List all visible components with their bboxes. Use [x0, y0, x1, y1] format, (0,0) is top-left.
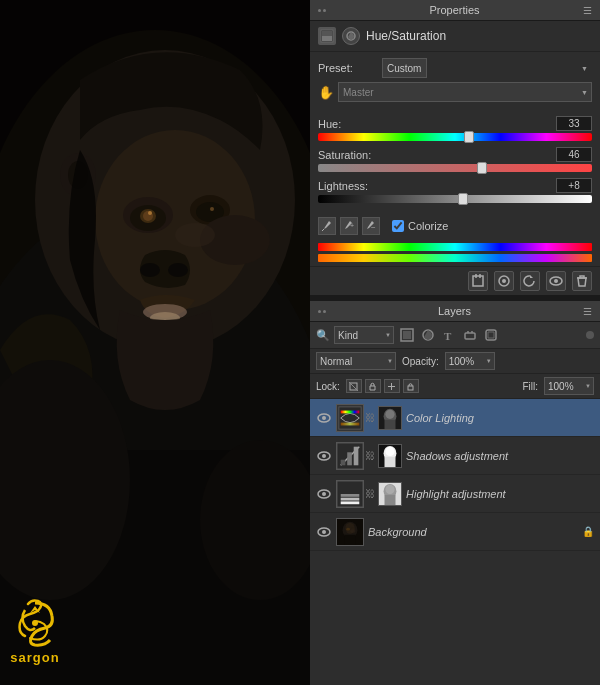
kind-select[interactable]: Kind Name Effect Mode Attribute Color Sm… — [334, 326, 394, 344]
svg-point-79 — [385, 484, 394, 493]
layer-item-background[interactable]: Background 🔒 — [310, 513, 600, 551]
svg-rect-27 — [322, 31, 332, 36]
filter-type-icons: T — [398, 327, 594, 343]
layer-item-color-lighting[interactable]: ⛓ Color Lighting — [310, 399, 600, 437]
filter-smartobj-icon[interactable] — [482, 327, 500, 343]
lock-row: Lock: — [310, 374, 600, 399]
layer-visibility-2[interactable] — [316, 448, 332, 464]
layers-list: ⛓ Color Lighting — [310, 399, 600, 685]
sliders-section: Hue: Saturation: Lig — [310, 112, 600, 213]
svg-point-13 — [140, 263, 160, 277]
svg-rect-76 — [341, 501, 360, 504]
filter-shape-icon[interactable] — [461, 327, 479, 343]
properties-header: Properties ☰ — [310, 0, 600, 21]
svg-rect-74 — [341, 494, 360, 497]
lock-transparent-btn[interactable] — [346, 379, 362, 393]
resize-handle — [318, 9, 326, 12]
layer-mask-3 — [378, 482, 402, 506]
lock-image-btn[interactable] — [365, 379, 381, 393]
filter-toggle-dot[interactable] — [586, 331, 594, 339]
preset-select[interactable]: Custom Default — [382, 58, 427, 78]
delete-btn[interactable] — [572, 271, 592, 291]
layer-item-shadows[interactable]: ⛓ Shadows adjustment — [310, 437, 600, 475]
svg-rect-64 — [347, 452, 352, 465]
eyedropper-icon[interactable] — [318, 217, 336, 235]
color-bars — [310, 239, 600, 266]
svg-rect-47 — [408, 386, 413, 390]
svg-text:+: + — [350, 222, 354, 229]
properties-menu-icon[interactable]: ☰ — [583, 5, 592, 16]
blend-mode-select[interactable]: Normal Dissolve Multiply Screen Overlay — [316, 352, 396, 370]
filter-adjustment-icon[interactable] — [419, 327, 437, 343]
right-panel: Properties ☰ Hue/Saturation — [310, 0, 600, 685]
controls-area: Preset: Custom Default ✋ Master Reds Yel… — [310, 52, 600, 112]
sargon-text-label: sargon — [10, 650, 59, 665]
layer-thumb-3 — [336, 480, 364, 508]
adjustment-preview-icon — [318, 27, 336, 45]
lightness-track[interactable] — [318, 195, 592, 203]
svg-rect-80 — [385, 494, 396, 504]
adjustment-type-icon[interactable] — [342, 27, 360, 45]
opacity-select[interactable]: 100% 75% 50% 25% — [445, 352, 495, 370]
properties-title: Properties — [429, 4, 479, 16]
master-row: ✋ Master Reds Yellows Greens Cyans Blues… — [318, 82, 592, 102]
hue-track[interactable] — [318, 133, 592, 141]
hue-thumb[interactable] — [464, 131, 474, 143]
layer-visibility-1[interactable] — [316, 410, 332, 426]
saturation-label-row: Saturation: — [318, 147, 592, 162]
eyedropper-minus-icon[interactable]: − — [362, 217, 380, 235]
hue-label: Hue: — [318, 118, 341, 130]
filter-pixel-icon[interactable] — [398, 327, 416, 343]
layer-thumb-4 — [336, 518, 364, 546]
hue-value-input[interactable] — [556, 116, 592, 131]
layers-menu-icon[interactable]: ☰ — [583, 306, 592, 317]
lock-position-btn[interactable] — [384, 379, 400, 393]
svg-point-56 — [385, 409, 394, 418]
filter-type-icon[interactable]: T — [440, 327, 458, 343]
svg-point-89 — [350, 529, 356, 533]
layer-lock-icon-4: 🔒 — [582, 526, 594, 537]
master-select[interactable]: Master Reds Yellows Greens Cyans Blues M… — [338, 82, 592, 102]
lightness-value-input[interactable] — [556, 178, 592, 193]
lightness-thumb[interactable] — [458, 193, 468, 205]
colorize-checkbox-group: Colorize — [392, 220, 448, 232]
colorize-checkbox[interactable] — [392, 220, 404, 232]
layer-visibility-3[interactable] — [316, 486, 332, 502]
svg-point-86 — [346, 527, 350, 530]
layer-mask-2 — [378, 444, 402, 468]
layer-name-4: Background — [368, 526, 578, 538]
blend-mode-wrapper: Normal Dissolve Multiply Screen Overlay — [316, 352, 396, 370]
colorize-label: Colorize — [408, 220, 448, 232]
spectrum-bar-bottom — [318, 254, 592, 262]
eyedropper-group: + − — [318, 217, 380, 235]
hue-row: Hue: — [318, 116, 592, 141]
filter-search-icon: 🔍 — [316, 329, 330, 342]
saturation-row: Saturation: — [318, 147, 592, 172]
eyedropper-plus-icon[interactable]: + — [340, 217, 358, 235]
layer-thumb-group-1: ⛓ — [336, 404, 402, 432]
kind-select-wrapper: Kind Name Effect Mode Attribute Color Sm… — [334, 326, 394, 344]
fill-select[interactable]: 100% 75% 50% 25% — [544, 377, 594, 395]
watermark: sargon — [10, 598, 60, 665]
saturation-track[interactable] — [318, 164, 592, 172]
saturation-value-input[interactable] — [556, 147, 592, 162]
reset-btn[interactable] — [520, 271, 540, 291]
spectrum-bar-top — [318, 243, 592, 251]
saturation-thumb[interactable] — [477, 162, 487, 174]
svg-rect-51 — [339, 406, 361, 428]
fill-wrapper: 100% 75% 50% 25% — [544, 377, 594, 395]
svg-text:T: T — [444, 330, 452, 342]
clip-btn[interactable] — [468, 271, 488, 291]
svg-rect-75 — [341, 497, 360, 500]
layer-chain-1: ⛓ — [365, 412, 375, 423]
svg-rect-69 — [385, 456, 396, 466]
svg-rect-38 — [403, 331, 411, 339]
view-previous-btn[interactable] — [494, 271, 514, 291]
hand-tool-icon[interactable]: ✋ — [318, 85, 334, 100]
lock-all-btn[interactable] — [403, 379, 419, 393]
layer-item-highlights[interactable]: ⛓ Highlight adjustment — [310, 475, 600, 513]
blending-row: Normal Dissolve Multiply Screen Overlay … — [310, 349, 600, 374]
layer-visibility-4[interactable] — [316, 524, 332, 540]
layer-thumb-group-3: ⛓ — [336, 480, 402, 508]
visibility-btn[interactable] — [546, 271, 566, 291]
